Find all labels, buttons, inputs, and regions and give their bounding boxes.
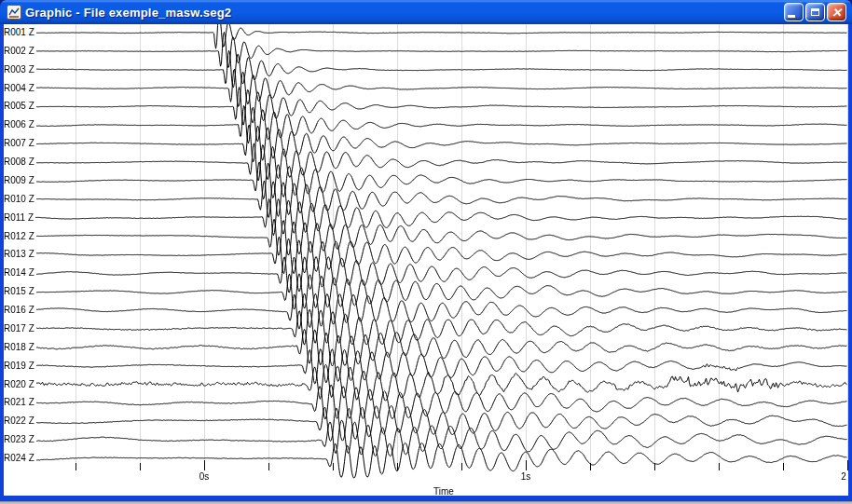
trace-label: R004 Z <box>4 83 36 94</box>
trace-label: R007 Z <box>4 138 36 149</box>
trace-label: R018 Z <box>4 342 36 353</box>
trace-label: R008 Z <box>4 157 36 168</box>
trace-label: R013 Z <box>4 249 36 260</box>
close-icon: ✕ <box>831 7 842 19</box>
minimize-icon <box>788 15 795 18</box>
plot-area: 0s1s2R001 ZR002 ZR003 ZR004 ZR005 ZR006 … <box>4 24 848 496</box>
trace-label: R017 Z <box>4 323 36 334</box>
trace-label: R012 Z <box>4 231 36 242</box>
trace-label: R003 Z <box>4 64 36 75</box>
axis-tick-label: 0s <box>199 471 210 483</box>
trace-label: R020 Z <box>4 379 36 390</box>
minimize-button[interactable] <box>784 3 804 21</box>
trace-label: R024 Z <box>4 453 36 464</box>
maximize-button[interactable] <box>805 3 825 21</box>
trace-label: R016 Z <box>4 305 36 316</box>
trace-label: R021 Z <box>4 397 36 408</box>
window-controls: ✕ <box>784 3 846 21</box>
app-icon <box>7 5 21 20</box>
trace-label: R022 Z <box>4 415 36 427</box>
trace-label: R023 Z <box>4 434 36 445</box>
trace-label: R002 Z <box>4 46 36 57</box>
trace-label: R019 Z <box>4 361 36 372</box>
axis-tick-label: 1s <box>521 471 531 483</box>
trace-label: R005 Z <box>4 101 36 112</box>
axis-tick-label: 2 <box>841 471 846 483</box>
maximize-icon <box>811 8 819 16</box>
trace-label: R015 Z <box>4 286 36 297</box>
time-axis-label: Time <box>433 486 454 496</box>
graphic-window: Graphic - File exemple_masw.seg2 ✕ 0s1s2… <box>0 0 852 504</box>
close-button[interactable]: ✕ <box>827 3 846 21</box>
window-body: 0s1s2R001 ZR002 ZR003 ZR004 ZR005 ZR006 … <box>0 24 852 501</box>
trace-label: R001 Z <box>4 27 36 38</box>
trace-label: R010 Z <box>4 194 36 205</box>
trace-label: R006 Z <box>4 119 36 130</box>
trace-label: R009 Z <box>4 175 36 186</box>
titlebar[interactable]: Graphic - File exemple_masw.seg2 ✕ <box>0 0 852 24</box>
trace-label: R011 Z <box>4 212 35 224</box>
trace-label: R014 Z <box>4 267 36 279</box>
window-title: Graphic - File exemple_masw.seg2 <box>25 6 784 20</box>
seismic-plot-canvas[interactable] <box>4 24 848 496</box>
